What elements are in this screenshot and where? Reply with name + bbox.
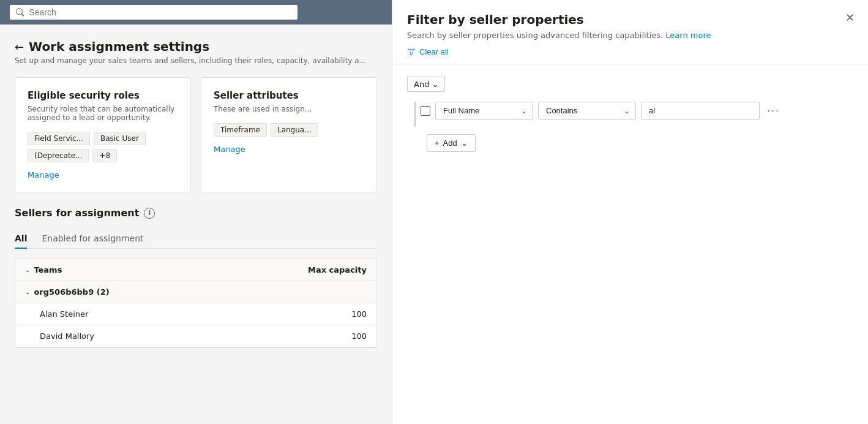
- table-row: David Mallory 100: [15, 325, 376, 347]
- tag-language: Langua...: [271, 123, 318, 137]
- search-bar: [0, 0, 392, 25]
- and-dropdown[interactable]: And ⌄: [407, 77, 445, 92]
- search-input-wrap: [10, 5, 297, 20]
- eligible-roles-card: Eligible security roles Security roles t…: [15, 77, 191, 192]
- tag-basic-user: Basic User: [94, 132, 146, 145]
- more-options-button[interactable]: ···: [765, 102, 782, 119]
- left-panel: ← Work assignment settings Set up and ma…: [0, 0, 392, 424]
- eligible-roles-title: Eligible security roles: [28, 90, 178, 101]
- tab-enabled[interactable]: Enabled for assignment: [42, 229, 143, 248]
- seller-attributes-title: Seller attributes: [214, 90, 364, 101]
- filter-row-0: Full Name Email Team Role Contains Equal…: [421, 102, 855, 119]
- panel-header: Filter by seller properties Search by se…: [392, 0, 868, 40]
- filter-value-input[interactable]: [641, 102, 760, 119]
- tag-field-service: Field Servic...: [28, 132, 90, 145]
- back-arrow-icon: ←: [15, 40, 24, 53]
- learn-more-link[interactable]: Learn more: [665, 31, 711, 40]
- seller-name-0: Alan Steiner: [40, 309, 293, 319]
- clear-all-label: Clear all: [419, 47, 449, 56]
- search-icon: [16, 8, 24, 17]
- panel-toolbar: Clear all: [392, 40, 868, 64]
- seller-capacity-0: 100: [293, 309, 367, 319]
- back-button[interactable]: ← Work assignment settings: [15, 39, 377, 54]
- seller-attributes-tags: Timeframe Langua...: [214, 123, 364, 137]
- panel-subtitle-text: Search by seller properties using advanc…: [407, 31, 663, 40]
- eligible-roles-manage-link[interactable]: Manage: [28, 170, 59, 180]
- eligible-roles-desc: Security roles that can be automatically…: [28, 105, 178, 122]
- sellers-section-title: Sellers for assignment: [15, 207, 139, 219]
- and-label: And: [414, 80, 429, 89]
- group-name-text: org506b6bb9 (2): [34, 287, 109, 297]
- tabs-row: All Enabled for assignment: [15, 229, 377, 249]
- table-row: Alan Steiner 100: [15, 303, 376, 325]
- tag-timeframe: Timeframe: [214, 123, 267, 137]
- filter-body: And ⌄ Full Name Email Team Role: [392, 64, 868, 424]
- field-select-wrap: Full Name Email Team Role: [435, 102, 533, 119]
- filter-rows-wrap: Full Name Email Team Role Contains Equal…: [421, 102, 855, 127]
- eligible-roles-tags: Field Servic... Basic User (Deprecate...…: [28, 132, 178, 162]
- group-chevron-icon[interactable]: ⌄: [25, 289, 30, 295]
- close-button[interactable]: ✕: [845, 12, 855, 23]
- tag-deprecated: (Deprecate...: [28, 149, 89, 162]
- filter-group: Full Name Email Team Role Contains Equal…: [407, 102, 855, 127]
- seller-capacity-1: 100: [293, 331, 367, 341]
- sellers-table: ⌄ Teams Max capacity ⌄ org506b6bb9 (2) A…: [15, 259, 377, 348]
- seller-attributes-manage-link[interactable]: Manage: [214, 145, 245, 154]
- add-plus-icon: +: [435, 138, 440, 148]
- page-subtitle: Set up and manage your sales teams and s…: [15, 56, 377, 65]
- tab-all[interactable]: All: [15, 229, 27, 248]
- col-capacity-header: Max capacity: [293, 265, 367, 274]
- condition-select[interactable]: Contains Equals Starts with Does not con…: [538, 102, 636, 119]
- seller-attributes-card: Seller attributes These are used in assi…: [201, 77, 377, 192]
- field-select[interactable]: Full Name Email Team Role: [435, 102, 533, 119]
- and-chevron-icon: ⌄: [432, 80, 438, 89]
- filter-icon: [407, 48, 416, 56]
- add-label: Add: [443, 138, 457, 148]
- filter-panel: Filter by seller properties Search by se…: [392, 0, 868, 424]
- add-chevron-icon: ⌄: [461, 138, 468, 148]
- seller-attributes-desc: These are used in assign...: [214, 105, 364, 113]
- sellers-section-header: Sellers for assignment i: [15, 207, 377, 219]
- filter-checkbox[interactable]: [421, 106, 430, 116]
- table-header: ⌄ Teams Max capacity: [15, 259, 376, 281]
- condition-select-wrap: Contains Equals Starts with Does not con…: [538, 102, 636, 119]
- tag-more: +8: [92, 149, 117, 162]
- sort-icon: ⌄: [25, 267, 30, 273]
- connector-line: [414, 102, 416, 127]
- clear-all-button[interactable]: Clear all: [407, 47, 449, 56]
- panel-subtitle: Search by seller properties using advanc…: [407, 31, 711, 40]
- page-title: Work assignment settings: [29, 39, 209, 54]
- info-icon[interactable]: i: [144, 208, 155, 219]
- group-name: ⌄ org506b6bb9 (2): [25, 287, 367, 297]
- search-input[interactable]: [29, 7, 291, 17]
- main-content: ← Work assignment settings Set up and ma…: [0, 25, 392, 424]
- add-button[interactable]: + Add ⌄: [427, 134, 476, 152]
- panel-title-block: Filter by seller properties Search by se…: [407, 12, 711, 40]
- group-row: ⌄ org506b6bb9 (2): [15, 281, 376, 303]
- teams-label: Teams: [34, 265, 62, 274]
- panel-title: Filter by seller properties: [407, 12, 711, 27]
- seller-name-1: David Mallory: [40, 331, 293, 341]
- cards-row: Eligible security roles Security roles t…: [15, 77, 377, 192]
- col-teams-header: ⌄ Teams: [25, 265, 293, 274]
